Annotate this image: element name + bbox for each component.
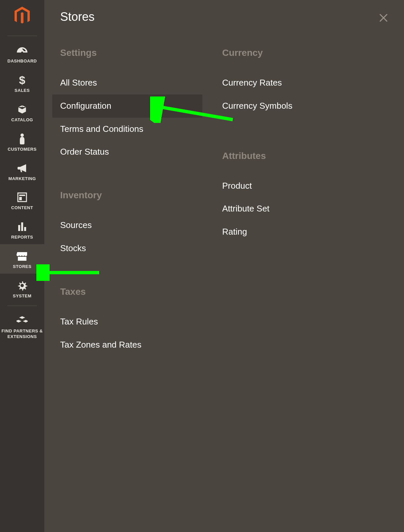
panel-title: Stores <box>60 10 388 24</box>
sidebar-item-customers[interactable]: CUSTOMERS <box>0 127 44 156</box>
menu-link-stocks[interactable]: Stocks <box>60 237 202 260</box>
sidebar-label: MARKETING <box>8 176 36 182</box>
sidebar-label: CONTENT <box>11 205 33 211</box>
megaphone-icon <box>17 162 27 174</box>
sidebar-item-reports[interactable]: REPORTS <box>0 215 44 244</box>
section-currency: Currency Currency Rates Currency Symbols <box>222 48 364 118</box>
svg-rect-4 <box>19 195 25 196</box>
svg-point-9 <box>20 284 24 287</box>
section-title: Currency <box>222 48 364 58</box>
svg-text:$: $ <box>19 74 25 86</box>
menu-link-order-status[interactable]: Order Status <box>60 140 202 164</box>
svg-point-2 <box>20 133 24 137</box>
layout-icon <box>17 191 27 203</box>
menu-link-tax-rules[interactable]: Tax Rules <box>60 310 202 333</box>
sidebar-divider <box>7 36 37 36</box>
section-settings: Settings All Stores Configuration Terms … <box>60 48 202 164</box>
close-button[interactable] <box>378 12 389 24</box>
svg-rect-3 <box>18 193 26 202</box>
sidebar-label: SYSTEM <box>13 293 31 299</box>
menu-link-rating[interactable]: Rating <box>222 220 364 244</box>
sidebar-label: FIND PARTNERS & EXTENSIONS <box>0 328 44 340</box>
menu-link-currency-rates[interactable]: Currency Rates <box>222 71 364 95</box>
section-title: Taxes <box>60 286 202 297</box>
menu-link-configuration[interactable]: Configuration <box>52 95 202 118</box>
svg-rect-7 <box>21 222 23 231</box>
sidebar-item-catalog[interactable]: CATALOG <box>0 97 44 127</box>
section-taxes: Taxes Tax Rules Tax Zones and Rates <box>60 286 202 357</box>
sidebar-item-system[interactable]: SYSTEM <box>0 274 44 303</box>
svg-rect-5 <box>19 197 22 200</box>
magento-logo[interactable] <box>13 7 31 25</box>
menu-link-all-stores[interactable]: All Stores <box>60 71 202 95</box>
person-icon <box>19 133 25 145</box>
sidebar-item-marketing[interactable]: MARKETING <box>0 156 44 186</box>
menu-link-attribute-set[interactable]: Attribute Set <box>222 197 364 220</box>
dollar-icon: $ <box>19 74 26 86</box>
svg-rect-6 <box>18 225 20 231</box>
panel-column-left: Settings All Stores Configuration Terms … <box>60 48 202 383</box>
stores-flyout-panel: Stores Settings All Stores Configuration… <box>44 0 404 532</box>
sidebar-item-sales[interactable]: $ SALES <box>0 68 44 97</box>
menu-link-tax-zones[interactable]: Tax Zones and Rates <box>60 333 202 357</box>
admin-sidebar: DASHBOARD $ SALES CATALOG CUSTOMERS MARK… <box>0 0 44 532</box>
gear-icon <box>17 280 27 291</box>
blocks-icon <box>17 315 28 326</box>
sidebar-label: CATALOG <box>11 117 33 123</box>
section-title: Attributes <box>222 151 364 161</box>
section-attributes: Attributes Product Attribute Set Rating <box>222 151 364 244</box>
sidebar-label: REPORTS <box>11 235 33 240</box>
sidebar-item-partners[interactable]: FIND PARTNERS & EXTENSIONS <box>0 309 44 344</box>
close-icon <box>379 13 388 23</box>
svg-point-0 <box>21 52 23 54</box>
menu-link-product[interactable]: Product <box>222 174 364 198</box>
sidebar-item-stores[interactable]: STORES <box>0 244 44 274</box>
sidebar-label: CUSTOMERS <box>8 147 36 152</box>
sidebar-label: DASHBOARD <box>8 58 37 64</box>
sidebar-item-content[interactable]: CONTENT <box>0 185 44 215</box>
sidebar-item-dashboard[interactable]: DASHBOARD <box>0 39 44 68</box>
sidebar-label: STORES <box>13 264 31 270</box>
box-icon <box>17 103 27 115</box>
menu-link-sources[interactable]: Sources <box>60 214 202 237</box>
section-inventory: Inventory Sources Stocks <box>60 190 202 260</box>
panel-column-right: Currency Currency Rates Currency Symbols… <box>222 48 364 383</box>
section-title: Inventory <box>60 190 202 201</box>
sidebar-divider <box>7 306 37 306</box>
store-icon <box>17 250 28 262</box>
svg-rect-8 <box>24 227 26 231</box>
menu-link-terms[interactable]: Terms and Conditions <box>60 118 202 141</box>
dashboard-icon <box>16 45 28 57</box>
chart-icon <box>17 221 27 233</box>
sidebar-label: SALES <box>15 88 30 94</box>
menu-link-currency-symbols[interactable]: Currency Symbols <box>222 95 364 118</box>
section-title: Settings <box>60 48 202 58</box>
